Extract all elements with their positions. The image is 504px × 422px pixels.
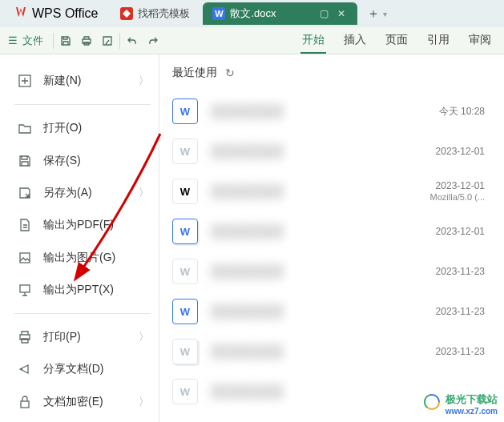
sidebar-item-label: 输出为PPT(X) <box>43 283 114 297</box>
file-menu-label: 文件 <box>22 34 43 48</box>
sidebar-item-label: 输出为PDF(F) <box>43 218 114 232</box>
recent-title: 最近使用 <box>172 66 217 80</box>
tab-close-icon[interactable]: ✕ <box>335 7 348 20</box>
new-icon <box>16 72 34 90</box>
file-name: ████████ <box>211 264 436 279</box>
print-icon[interactable] <box>76 30 97 51</box>
sidebar-item-label: 文档加密(E) <box>43 395 103 409</box>
file-date: 今天 10:28 <box>439 105 485 119</box>
tab-maximize-icon[interactable]: ▢ <box>317 7 330 20</box>
sidebar-item-image[interactable]: 输出为图片(G) <box>11 243 154 271</box>
ribbon-tab-insert[interactable]: 插入 <box>342 28 368 54</box>
file-date: 2023-12-01Mozilla/5.0 (... <box>430 180 485 203</box>
file-menu-sidebar: 新建(N) 〉 打开(O) 保存(S) 另存为(A) 〉 输出为PDF(F) 输… <box>0 54 159 422</box>
ribbon-tab-page[interactable]: 页面 <box>384 28 409 54</box>
hamburger-icon: ☰ <box>8 34 18 46</box>
file-list: W████████今天 10:28W████████2023-12-01W███… <box>172 91 504 412</box>
file-date: 2023-12-01 <box>436 146 485 157</box>
chevron-right-icon: 〉 <box>139 395 149 409</box>
file-row[interactable]: W████████2023-12-01 <box>172 211 504 251</box>
sidebar-item-save[interactable]: 保存(S) <box>11 147 154 175</box>
separator <box>53 33 54 49</box>
svg-rect-3 <box>21 401 29 408</box>
tab-label: 找稻壳模板 <box>138 6 190 21</box>
save-icon[interactable] <box>55 30 76 51</box>
file-date: 2023-11-23 <box>436 346 485 357</box>
sidebar-item-label: 输出为图片(G) <box>43 251 115 265</box>
file-type-icon: W <box>172 259 198 284</box>
sidebar-item-saveas[interactable]: 另存为(A) 〉 <box>11 179 154 207</box>
refresh-icon[interactable]: ↻ <box>225 66 235 79</box>
sidebar-item-label: 保存(S) <box>43 154 81 168</box>
save-icon <box>16 152 34 170</box>
file-date: 2023-11-23 <box>436 306 485 317</box>
wps-icon <box>14 6 27 22</box>
watermark-logo-icon <box>423 393 441 415</box>
export-image-icon <box>16 249 34 267</box>
chevron-down-icon: ▾ <box>383 10 387 18</box>
sidebar-item-label: 打开(O) <box>43 121 82 135</box>
file-row[interactable]: W████████今天 10:28 <box>172 91 504 131</box>
sidebar-item-ppt[interactable]: 输出为PPT(X) <box>11 276 154 303</box>
new-tab-button[interactable]: ＋ ▾ <box>367 6 387 22</box>
ribbon-tab-reference[interactable]: 引用 <box>425 28 451 54</box>
chevron-right-icon: 〉 <box>139 186 149 200</box>
file-type-icon: W <box>172 219 198 244</box>
ribbon-tabs: 开始 插入 页面 引用 审阅 <box>300 28 504 54</box>
template-icon <box>120 7 133 20</box>
app-logo: WPS Office <box>3 0 109 27</box>
ribbon-tab-review[interactable]: 审阅 <box>467 28 493 54</box>
ribbon-tab-start[interactable]: 开始 <box>300 28 326 54</box>
export-ppt-icon <box>16 281 34 299</box>
app-name: WPS Office <box>32 6 98 21</box>
separator <box>14 313 151 314</box>
sidebar-item-share[interactable]: 分享文档(D) <box>11 356 154 383</box>
watermark-text: 极光下载站 <box>446 393 498 405</box>
file-name: ████████ <box>211 144 436 159</box>
watermark: 极光下载站 www.xz7.com <box>423 392 498 416</box>
file-name: ████████ <box>211 304 436 319</box>
file-name: ████████ <box>211 184 430 199</box>
tab-bar: WPS Office 找稻壳模板 W 散文.docx ▢ ✕ ＋ ▾ <box>0 0 504 27</box>
chevron-right-icon: 〉 <box>139 74 149 88</box>
sidebar-item-encrypt[interactable]: 文档加密(E) 〉 <box>11 388 154 416</box>
file-date: 2023-12-01 <box>436 226 485 237</box>
file-name: ████████ <box>211 344 436 359</box>
file-menu-button[interactable]: ☰ 文件 <box>0 27 51 54</box>
file-type-icon: W <box>172 379 198 404</box>
lock-icon <box>16 393 34 411</box>
file-row[interactable]: W████████2023-11-23 <box>172 251 504 291</box>
undo-icon[interactable] <box>122 30 143 51</box>
toolbar: ☰ 文件 开始 插入 页面 引用 审阅 <box>0 27 504 54</box>
sidebar-item-label: 新建(N) <box>43 74 81 88</box>
sidebar-item-label: 另存为(A) <box>43 186 92 200</box>
open-icon <box>16 119 34 137</box>
print-icon <box>16 328 34 346</box>
file-date: 2023-11-23 <box>436 266 485 277</box>
tab-label: 散文.docx <box>230 6 276 21</box>
sidebar-item-open[interactable]: 打开(O) <box>11 115 154 142</box>
tab-document[interactable]: W 散文.docx ▢ ✕ <box>203 2 357 25</box>
sidebar-item-label: 分享文档(D) <box>43 362 103 376</box>
file-row[interactable]: W████████2023-11-23 <box>172 291 504 332</box>
saveas-icon <box>16 184 34 202</box>
export-pdf-icon <box>16 216 34 234</box>
separator <box>14 104 151 105</box>
preview-icon[interactable] <box>97 30 118 51</box>
file-row[interactable]: W████████2023-12-01 <box>172 131 504 171</box>
redo-icon[interactable] <box>143 30 163 51</box>
file-type-icon: W <box>172 139 198 164</box>
file-type-icon: W <box>172 339 198 364</box>
file-type-icon: W <box>172 98 198 124</box>
file-row[interactable]: W████████2023-11-23 <box>172 332 504 372</box>
file-type-icon: W <box>172 299 198 324</box>
sidebar-item-print[interactable]: 打印(P) 〉 <box>11 324 154 351</box>
file-row[interactable]: W████████2023-12-01Mozilla/5.0 (... <box>172 171 504 211</box>
sidebar-item-new[interactable]: 新建(N) 〉 <box>11 67 154 94</box>
sidebar-item-label: 打印(P) <box>43 330 81 344</box>
svg-rect-2 <box>20 285 30 292</box>
sidebar-item-pdf[interactable]: 输出为PDF(F) <box>11 211 154 239</box>
tab-templates[interactable]: 找稻壳模板 <box>111 2 200 25</box>
separator <box>119 33 120 49</box>
watermark-url: www.xz7.com <box>446 407 498 416</box>
